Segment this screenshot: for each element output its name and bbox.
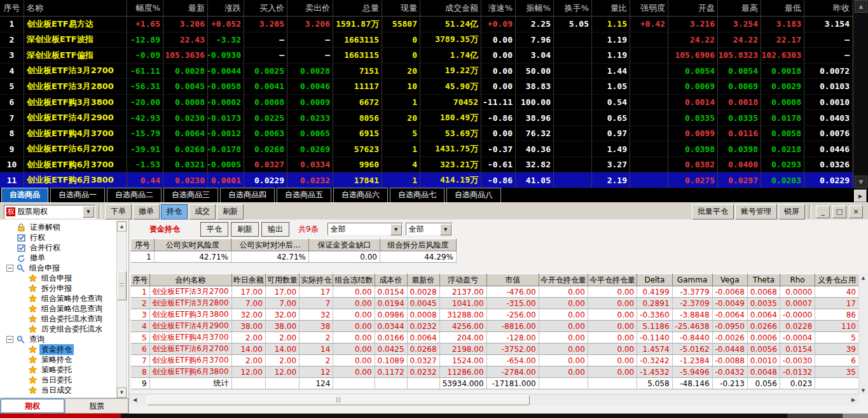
quotes-column-header[interactable]: 幅度% [127,0,163,16]
chevron-down-icon[interactable]: ▼ [440,224,451,235]
quotes-column-header[interactable]: 涨速% [481,0,516,16]
holdings-column-header[interactable]: Theta [747,274,780,286]
watchlist-tab[interactable]: 自选商品三 [163,188,218,202]
holdings-row[interactable]: 4创业板ETF沽4月290038.0038.00380.000.03440.02… [131,321,859,332]
quotes-column-header[interactable]: 最低 [761,0,804,16]
quote-row[interactable]: 1创业板ETF易方达+1.653.206+0.0523.2053.2061591… [0,17,854,32]
sidebar-item-合并行权[interactable]: 合并行权 [0,242,117,253]
risk-column-header[interactable]: 公司实时风险度 [155,239,231,251]
quote-row[interactable]: 3深创业板ETF偏指-0.09105.3636-0.0930——16631150… [0,48,854,64]
quotes-column-header[interactable]: 现量 [382,0,420,16]
toolbar-button[interactable]: 下单 [105,204,132,219]
sidebar-item-当日委托[interactable]: 当日委托 [0,375,117,385]
quotes-column-header[interactable]: 涨跌 [208,0,244,16]
scroll-down-icon[interactable]: ▼ [859,386,867,394]
watchlist-tab[interactable]: 自选商品六 [333,188,388,202]
holdings-row[interactable]: 7创业板ETF购6月37002.002.0020.000.10890.03271… [131,355,859,366]
holdings-column-header[interactable]: 今平仓持仓量 [588,274,637,286]
filter-select[interactable]: 全部▼ [406,223,453,235]
watchlist-tab[interactable]: 自选商品五 [277,188,331,202]
quote-row[interactable]: 9创业板ETF沽6月2700-39.910.0268-0.01780.02680… [0,141,854,157]
holdings-column-header[interactable]: 实际持仓 [300,274,333,286]
sidebar-scrollbar[interactable]: ▲ ▼ [116,221,127,398]
quote-row[interactable]: 10创业板ETF购6月3700-1.530.0321-0.00050.03270… [0,157,854,173]
scroll-right-icon[interactable]: ▶ [849,395,858,405]
scrollbar-thumb[interactable] [117,271,127,300]
tree-expander-icon[interactable]: − [6,265,13,272]
risk-column-header[interactable]: 序号 [131,239,155,251]
sidebar-item-行权[interactable]: 行权 [0,232,117,242]
quotes-column-header[interactable]: 振幅% [516,0,554,16]
chevron-down-icon[interactable]: ▼ [83,206,94,218]
toolbar-button[interactable]: 撤单 [133,204,160,219]
risk-column-header[interactable]: 组合拆分后风险度 [380,239,457,251]
sidebar-item-拆分申报[interactable]: 拆分申报 [0,283,117,293]
panel-button[interactable]: 刷新 [231,222,259,237]
quotes-column-header[interactable]: 最新 [163,0,208,16]
quotes-column-header[interactable]: 量比 [592,0,630,16]
scroll-left-icon[interactable]: ◀ [130,395,139,405]
holdings-column-header[interactable]: 组合冻结数 [333,274,375,286]
holdings-column-header[interactable]: 市值 [486,274,539,286]
watchlist-tab[interactable]: 自选商品四 [220,188,275,202]
quotes-column-header[interactable]: 总量 [333,0,382,16]
sidebar-item-撤单[interactable]: 撤单 [0,253,117,263]
quotes-vertical-scrollbar[interactable]: ▲ ▼ [853,0,868,188]
watchlist-tab[interactable]: 自选商品八 [446,188,501,202]
watchlist-tab[interactable]: 自选商品 [1,188,48,202]
chevron-down-icon[interactable]: ▼ [390,224,402,235]
quotes-column-header[interactable]: 买入价 [244,0,287,16]
toolbar-button[interactable]: 成交 [189,204,216,219]
scrollbar-thumb[interactable] [147,395,530,405]
quotes-column-header[interactable]: 序号 [0,0,24,16]
sidebar-item-历史组合委托流水[interactable]: 历史组合委托流水 [0,324,117,334]
panel-button[interactable]: 平仓 [200,222,228,237]
sidebar-tab-期权[interactable]: 期权 [0,398,65,414]
risk-column-header[interactable]: 公司实时对冲后... [231,239,309,251]
toolbar-button[interactable]: 账号管理 [735,204,777,219]
quote-row[interactable]: 4创业板ETF沽3月2700-61.110.0028-0.00440.00250… [0,64,854,80]
watchlist-tab[interactable]: 自选商品一 [50,188,105,202]
holdings-column-header[interactable]: 义务仓占用 [815,274,859,286]
sidebar-item-查询[interactable]: −查询 [0,334,117,344]
sidebar-item-资金持仓[interactable]: 资金持仓 [0,344,117,354]
quotes-column-header[interactable]: 强弱度 [630,0,668,16]
holdings-row[interactable]: 6创业板ETF沽6月270014.0014.00140.000.04250.02… [131,344,859,355]
toolbar-button[interactable]: 锁屏 [778,204,805,219]
holdings-column-header[interactable]: Delta [637,274,672,286]
account-combo[interactable]: 权 股票期权 ▼ [4,205,95,219]
holdings-row[interactable]: 1创业板ETF沽3月270017.0017.00170.000.01540.00… [131,286,859,298]
scroll-up-icon[interactable]: ▲ [855,0,867,13]
holdings-column-header[interactable]: Vega [712,274,747,286]
sidebar-item-组合委托流水查询[interactable]: 组合委托流水查询 [0,314,117,324]
maximize-button[interactable]: □ [832,206,846,218]
quotes-column-header[interactable]: 最高 [718,0,761,16]
quotes-column-header[interactable]: 卖出价 [287,0,333,16]
holdings-column-header[interactable]: 浮动盈亏 [439,274,486,286]
sidebar-item-组合申报[interactable]: −组合申报 [0,263,117,273]
holdings-column-header[interactable]: 最新价 [407,274,439,286]
holdings-column-header[interactable]: 成本价 [375,274,407,286]
holdings-column-header[interactable]: 序号 [131,274,150,286]
filter-select[interactable]: 全部▼ [327,223,403,235]
holdings-column-header[interactable]: Rho [780,274,815,286]
horizontal-scrollbar[interactable]: ◀ ▶ [129,394,859,405]
tree-expander-icon[interactable]: − [6,336,13,343]
scroll-down-icon[interactable]: ▼ [117,387,127,398]
quote-row[interactable]: 11创业板ETF购6月38000.440.02300.00010.02290.0… [0,172,854,188]
sidebar-item-策略持仓[interactable]: 策略持仓 [0,354,117,365]
quotes-column-header[interactable]: 成交金额 [420,0,481,16]
vertical-scrollbar[interactable]: ▲ ▼ [858,274,868,394]
quote-row[interactable]: 8创业板ETF购4月3700-15.790.0064-0.00120.00630… [0,126,854,142]
sidebar-item-证券解锁[interactable]: 证券解锁 [0,222,117,232]
sidebar-item-组合申报[interactable]: 组合申报 [0,273,117,283]
scroll-down-icon[interactable]: ▼ [855,176,867,188]
sidebar-tab-股票[interactable]: 股票 [65,398,128,414]
watchlist-tab[interactable]: 自选商品七 [390,188,444,202]
holdings-column-header[interactable]: 昨日余额 [231,274,265,286]
holdings-row[interactable]: 2创业板ETF沽3月28007.007.0070.000.01940.00451… [131,298,859,309]
toolbar-button[interactable]: 持仓 [161,204,188,219]
tab-scroll-right-button[interactable]: ▶ [854,190,867,202]
sidebar-item-组合策略信息查询[interactable]: 组合策略信息查询 [0,303,117,314]
holdings-row[interactable]: 8创业板ETF购6月380012.0012.00120.000.11720.02… [131,366,859,378]
